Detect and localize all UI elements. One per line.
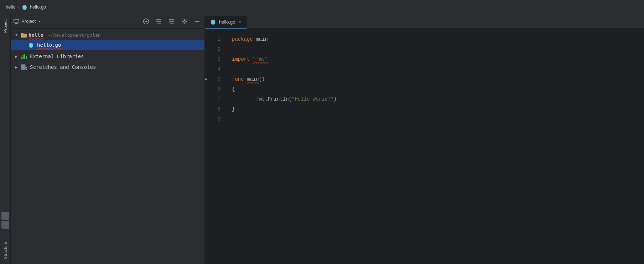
svg-point-7 — [24, 7, 25, 8]
code-line-8: } — [232, 104, 638, 114]
monitor-icon — [14, 19, 19, 24]
project-toolbar: Project — [11, 14, 204, 29]
collapse-all-button[interactable] — [155, 17, 163, 26]
sidebar-tab-project[interactable]: Project — [2, 16, 8, 36]
sidebar-tab-structure[interactable]: Structure — [2, 238, 8, 263]
go-file-icon — [28, 42, 34, 48]
svg-point-29 — [32, 44, 32, 44]
sidebar-bottom-icon-1[interactable] — [1, 212, 9, 220]
svg-point-47 — [212, 21, 212, 21]
token-parens: () — [259, 76, 265, 82]
code-line-2 — [232, 44, 638, 54]
svg-point-21 — [184, 20, 186, 22]
code-line-6: { — [232, 84, 638, 94]
left-sidebar: Project Structure — [0, 14, 11, 264]
token-hello-string: "Hello World!" — [292, 96, 334, 102]
sidebar-bottom-icons — [1, 212, 9, 231]
tab-gopher-icon — [210, 19, 216, 25]
line-num-8: 8 — [218, 104, 220, 114]
svg-point-6 — [25, 6, 26, 6]
code-line-3: import "fmt" — [232, 54, 638, 64]
svg-rect-32 — [23, 55, 24, 59]
svg-point-5 — [23, 6, 24, 6]
tree-item-ext-libs[interactable]: External Libraries — [11, 51, 204, 61]
token-import-kw: import — [232, 56, 250, 62]
svg-point-28 — [30, 44, 30, 44]
tree-file-name: hello.go — [37, 42, 61, 48]
line-numbers: 1 2 3 4 ▶ 5 6 7 8 9 — [205, 29, 226, 264]
token-main-fn: main — [247, 76, 259, 82]
token-println-method: Println — [268, 96, 289, 102]
tab-close-button[interactable]: ✕ — [238, 20, 242, 24]
run-icon[interactable]: ▶ — [205, 77, 208, 82]
scratches-icon — [21, 64, 27, 70]
sidebar-bottom-icon-2[interactable] — [1, 221, 9, 229]
token-close-brace: } — [232, 106, 235, 112]
code-line-5: func main () — [232, 74, 638, 84]
svg-point-48 — [214, 21, 214, 21]
project-tree: hello ~/Development/golan — [11, 29, 204, 264]
code-line-7: fmt . Println ( "Hello World!" ) — [232, 94, 638, 104]
folder-icon — [21, 32, 27, 38]
settings-button[interactable] — [180, 17, 189, 26]
gopher-icon — [21, 4, 28, 10]
line-num-9: 9 — [218, 114, 220, 124]
project-panel: Project — [11, 14, 205, 264]
tree-root-name: hello — [28, 32, 43, 38]
code-content[interactable]: package main import "fmt" func — [226, 29, 644, 264]
token-open-brace: { — [232, 86, 235, 92]
svg-marker-11 — [38, 21, 41, 22]
svg-rect-33 — [24, 54, 25, 59]
svg-rect-34 — [26, 56, 27, 59]
token-package-kw: package — [232, 36, 253, 42]
line-num-6: 6 — [218, 84, 220, 94]
external-libs-icon — [21, 54, 27, 59]
editor-tabs: hello.go ✕ — [205, 14, 644, 29]
token-main-ident: main — [256, 36, 268, 42]
tree-item-root[interactable]: hello ~/Development/golan — [11, 30, 204, 40]
dropdown-arrow-icon — [38, 20, 41, 23]
code-line-9 — [232, 114, 638, 124]
line-num-7: 7 — [218, 94, 220, 104]
tab-label: hello.go — [219, 19, 235, 25]
breadcrumb-root: hello — [6, 4, 15, 10]
project-toolbar-label: Project — [14, 19, 41, 24]
line-num-1: 1 — [218, 34, 220, 44]
expand-all-button[interactable] — [167, 17, 176, 26]
title-bar: hello › hello.go — [0, 0, 644, 14]
ext-libs-label: External Libraries — [30, 54, 84, 59]
line-num-2: 2 — [218, 44, 220, 54]
line-num-5: ▶ 5 — [212, 74, 220, 84]
tree-root-path: ~/Development/golan — [45, 32, 101, 38]
token-func-kw: func — [232, 76, 244, 82]
tree-item-hello-go[interactable]: hello.go — [11, 40, 204, 50]
tree-arrow-root — [14, 33, 19, 37]
editor-tab-hello-go[interactable]: hello.go ✕ — [205, 16, 247, 29]
minimize-panel-button[interactable] — [193, 17, 202, 26]
add-content-button[interactable] — [142, 17, 150, 26]
code-line-4 — [232, 64, 638, 74]
tree-arrow-scratch — [14, 65, 19, 70]
main-area: Project Structure Project — [0, 14, 644, 264]
scratches-label: Scratches and Consoles — [30, 64, 96, 70]
svg-rect-8 — [14, 19, 19, 23]
tree-item-scratches[interactable]: Scratches and Consoles — [11, 62, 204, 72]
project-label: Project — [21, 19, 36, 24]
svg-rect-31 — [21, 57, 22, 59]
breadcrumb-separator: › — [17, 4, 19, 10]
svg-point-30 — [30, 45, 32, 46]
tree-arrow-ext — [14, 54, 19, 59]
token-fmt-pkg: fmt — [256, 96, 265, 102]
breadcrumb-file: hello.go — [30, 4, 46, 10]
line-num-3: 3 — [218, 54, 220, 64]
line-num-4: 4 — [218, 64, 220, 74]
token-fmt-string: "fmt" — [253, 56, 268, 62]
code-line-1: package main — [232, 34, 638, 44]
code-editor: 1 2 3 4 ▶ 5 6 7 8 9 package main — [205, 29, 644, 264]
editor-area: hello.go ✕ 1 2 3 4 ▶ 5 6 7 8 9 — [205, 14, 644, 264]
